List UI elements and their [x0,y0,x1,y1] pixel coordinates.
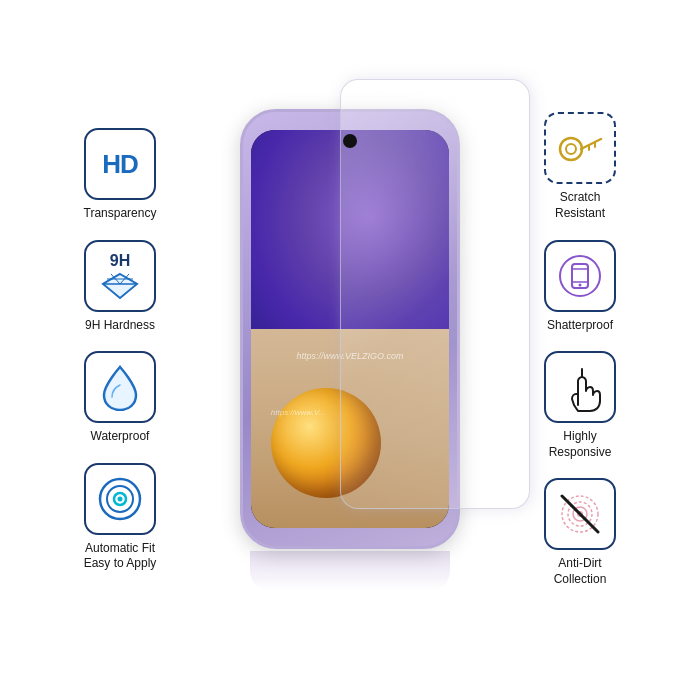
svg-point-10 [560,138,582,160]
center-phone-area: https://www.VELZIGO.com https://www.V... [190,109,510,591]
waterproof-icon-box [84,351,156,423]
feature-hd-transparency: HD Transparency [84,128,157,222]
feature-9h-hardness: 9H 9H Hardness [84,240,156,334]
svg-point-11 [566,144,576,154]
phone-wrapper: https://www.VELZIGO.com https://www.V... [240,109,460,549]
feature-auto-fit: Automatic Fit Easy to Apply [84,463,157,572]
scratch-label: Scratch Resistant [555,190,605,221]
screen-watermark2: https://www.V... [271,408,326,417]
feature-shatterproof: Shatterproof [544,240,616,334]
fingerprint-slash-icon [554,488,606,540]
finger-touch-icon [556,361,604,413]
water-drop-icon [100,363,140,411]
phone-circle-icon [554,250,606,302]
feature-waterproof: Waterproof [84,351,156,445]
circle-target-icon [94,473,146,525]
shatterproof-label: Shatterproof [547,318,613,334]
svg-point-9 [118,496,123,501]
responsive-label: Highly Responsive [549,429,612,460]
9h-label: 9H Hardness [85,318,155,334]
svg-line-12 [581,139,601,149]
scratch-icon-box [544,112,616,184]
screen-protector-overlay [340,79,530,509]
shatterproof-icon-box [544,240,616,312]
hd-icon-box: HD [84,128,156,200]
feature-anti-dirt: Anti-Dirt Collection [544,478,616,587]
svg-point-15 [560,256,600,296]
diamond-icon [101,272,139,300]
main-container: HD Transparency 9H 9H H [0,0,700,700]
auto-fit-icon-box [84,463,156,535]
9h-icon-box: 9H [84,240,156,312]
key-icon [557,129,603,167]
auto-fit-label: Automatic Fit Easy to Apply [84,541,157,572]
anti-dirt-label: Anti-Dirt Collection [554,556,607,587]
hd-label: Transparency [84,206,157,222]
left-features: HD Transparency 9H 9H H [60,128,180,572]
9h-text: 9H [110,252,130,270]
feature-highly-responsive: Highly Responsive [544,351,616,460]
9h-diamond-group: 9H [101,252,139,300]
svg-point-19 [579,283,582,286]
waterproof-label: Waterproof [91,429,150,445]
hd-icon: HD [102,151,138,177]
phone-notch [343,134,357,148]
right-features: Scratch Resistant Shatterproof [520,112,640,587]
responsive-icon-box [544,351,616,423]
svg-marker-1 [103,274,137,298]
anti-dirt-icon-box [544,478,616,550]
phone-reflection [250,551,450,591]
feature-scratch-resistant: Scratch Resistant [544,112,616,221]
